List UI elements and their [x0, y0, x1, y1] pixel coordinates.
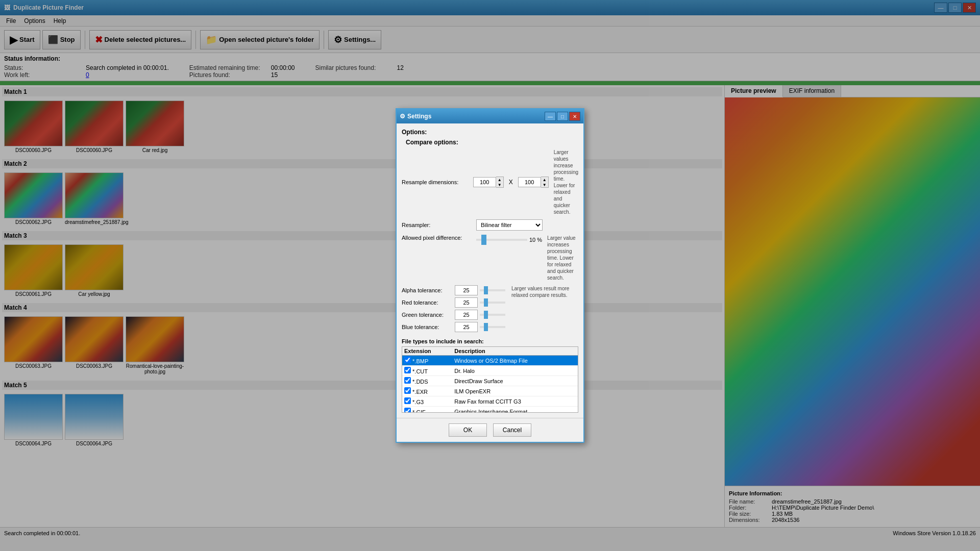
filetype-checkbox[interactable] [404, 367, 411, 373]
modal-overlay: ⚙ Settings — □ ✕ Options: Compare option… [0, 0, 980, 551]
resample-dim-row: Resample dimensions: 100 ▲ ▼ X 100 ▲ ▼ [402, 149, 578, 215]
resample-x-input[interactable]: 100 [473, 177, 496, 187]
resampler-row: Resampler: Bilinear filter Bicubic filte… [402, 219, 578, 231]
filetype-checkbox[interactable] [404, 408, 411, 413]
dialog-controls: — □ ✕ [545, 112, 580, 121]
resample-y-arrows: ▲ ▼ [541, 177, 549, 188]
resample-x-spinner: 100 ▲ ▼ [473, 177, 504, 188]
compare-options-label: Compare options: [406, 139, 578, 146]
dialog-title: Settings [407, 113, 431, 120]
green-tol-thumb[interactable] [484, 311, 488, 319]
blue-tol-row: Blue tolerance: 25 [402, 322, 505, 332]
col-extension: Extension [402, 347, 452, 356]
filetypes-section: File types to include in search: Extensi… [402, 338, 578, 413]
pixel-diff-row: Allowed pixel difference: 10 % Larger va… [402, 235, 578, 281]
resample-dim-label: Resample dimensions: [402, 179, 470, 185]
col-description: Description [452, 347, 578, 356]
pixel-diff-label: Allowed pixel difference: [402, 235, 473, 241]
green-tol-input[interactable]: 25 [455, 310, 478, 320]
red-tol-row: Red tolerance: 25 [402, 297, 505, 308]
resample-x-down[interactable]: ▼ [496, 182, 503, 187]
list-item[interactable]: *.CUT Dr. Halo [402, 366, 578, 376]
blue-tol-label: Blue tolerance: [402, 324, 453, 330]
red-tol-thumb[interactable] [484, 298, 488, 307]
list-item[interactable]: *.GIF Graphics Interchange Format [402, 407, 578, 413]
resample-hint: Larger values increase processing time. … [554, 149, 578, 215]
list-item[interactable]: *.BMP Windows or OS/2 Bitmap File [402, 356, 578, 366]
ok-button[interactable]: OK [449, 423, 487, 437]
alpha-tol-label: Alpha tolerance: [402, 287, 453, 293]
filetype-checkbox[interactable] [404, 377, 411, 384]
filetypes-list: Extension Description *.BMP Windows or O… [402, 347, 578, 413]
settings-dialog: ⚙ Settings — □ ✕ Options: Compare option… [396, 108, 584, 443]
resampler-label: Resampler: [402, 222, 473, 228]
red-tol-input[interactable]: 25 [455, 297, 478, 308]
resample-y-spinner: 100 ▲ ▼ [518, 177, 549, 188]
pixel-diff-thumb[interactable] [481, 235, 486, 245]
resample-x-arrows: ▲ ▼ [496, 177, 504, 188]
blue-tol-thumb[interactable] [484, 323, 488, 331]
alpha-tol-input[interactable]: 25 [455, 285, 478, 295]
x-separator: X [509, 179, 513, 186]
pixel-diff-hint: Larger value increases processing time. … [547, 235, 578, 281]
filetype-checkbox[interactable] [404, 357, 411, 363]
cancel-button[interactable]: Cancel [493, 423, 531, 437]
resample-y-input[interactable]: 100 [518, 177, 541, 187]
filetypes-label: File types to include in search: [402, 338, 578, 344]
list-item[interactable]: *.EXR ILM OpenEXR [402, 386, 578, 396]
resample-x-up[interactable]: ▲ [496, 177, 503, 182]
resample-y-down[interactable]: ▼ [541, 182, 548, 187]
list-item[interactable]: *.DDS DirectDraw Surface [402, 376, 578, 386]
resampler-select[interactable]: Bilinear filter Bicubic filter Nearest n… [476, 219, 543, 231]
dialog-icon: ⚙ [400, 113, 405, 120]
options-label: Options: [402, 129, 578, 136]
dialog-maximize-button[interactable]: □ [557, 112, 568, 121]
green-tol-row: Green tolerance: 25 [402, 310, 505, 320]
red-tol-label: Red tolerance: [402, 299, 453, 306]
tolerance-hint: Larger values result more relaxed compar… [511, 285, 578, 298]
resample-y-up[interactable]: ▲ [541, 177, 548, 182]
dialog-footer: OK Cancel [397, 418, 583, 442]
pixel-diff-pct: 10 % [529, 237, 542, 243]
filetypes-table[interactable]: Extension Description *.BMP Windows or O… [402, 346, 578, 413]
dialog-titlebar: ⚙ Settings — □ ✕ [397, 109, 583, 123]
green-tol-label: Green tolerance: [402, 312, 453, 318]
list-item[interactable]: *.G3 Raw Fax format CCITT G3 [402, 396, 578, 407]
dialog-close-button[interactable]: ✕ [569, 112, 580, 121]
alpha-tol-thumb[interactable] [484, 286, 488, 294]
filetype-checkbox[interactable] [404, 397, 411, 404]
dialog-minimize-button[interactable]: — [545, 112, 556, 121]
filetype-checkbox[interactable] [404, 387, 411, 394]
blue-tol-input[interactable]: 25 [455, 322, 478, 332]
alpha-tol-row: Alpha tolerance: 25 [402, 285, 505, 295]
dialog-body: Options: Compare options: Resample dimen… [397, 123, 583, 418]
